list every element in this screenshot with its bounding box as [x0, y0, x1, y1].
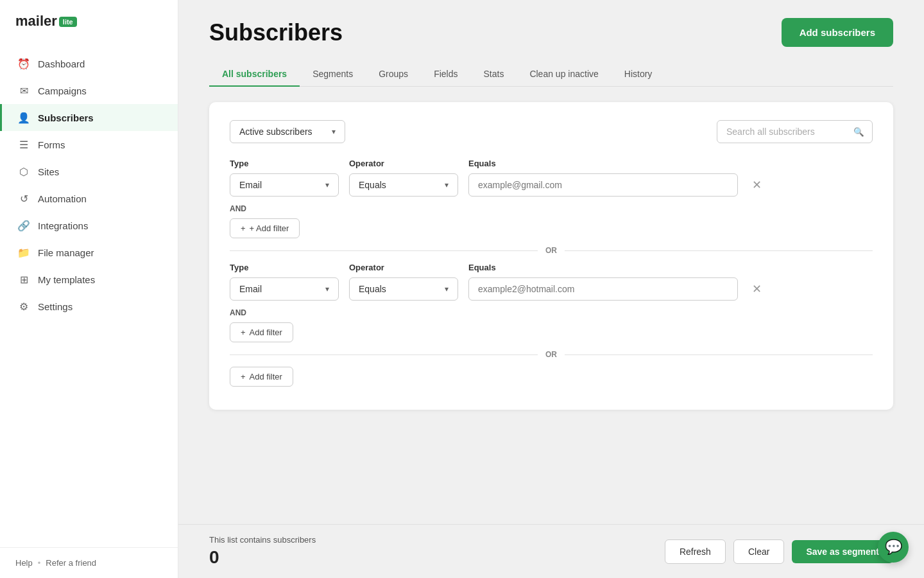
- sidebar-item-label: Dashboard: [38, 58, 85, 69]
- sidebar-item-sites[interactable]: ⬡ Sites: [0, 158, 178, 185]
- filter-group-1: Type Operator Equals Email ▾ Equals ▾ ✕: [230, 159, 873, 238]
- search-box: 🔍: [717, 120, 873, 143]
- refer-link[interactable]: Refer a friend: [46, 558, 96, 568]
- sidebar-item-subscribers[interactable]: 👤 Subscribers: [0, 104, 178, 131]
- sidebar-item-settings[interactable]: ⚙ Settings: [0, 293, 178, 320]
- subscribers-icon: 👤: [17, 111, 30, 124]
- page-title: Subscribers: [209, 19, 343, 46]
- logo-area: mailerlite: [0, 0, 178, 45]
- sidebar-item-label: Campaigns: [38, 85, 87, 96]
- filter-row-2: Email ▾ Equals ▾ ✕: [230, 277, 873, 301]
- search-input[interactable]: [717, 121, 846, 143]
- sidebar-item-label: Integrations: [38, 220, 88, 231]
- or-divider-1: OR: [230, 246, 873, 255]
- tab-stats[interactable]: Stats: [470, 62, 517, 87]
- and-label-2: AND: [230, 308, 873, 317]
- dashboard-icon: ⏰: [17, 57, 30, 70]
- chevron-down-icon: ▾: [325, 180, 329, 189]
- help-link[interactable]: Help: [15, 558, 33, 568]
- or-divider-2: OR: [230, 350, 873, 359]
- sidebar-item-integrations[interactable]: 🔗 Integrations: [0, 212, 178, 239]
- main-area: Subscribers Add subscribers All subscrib…: [178, 0, 924, 578]
- remove-condition-2[interactable]: ✕: [748, 281, 766, 297]
- main-header: Subscribers Add subscribers All subscrib…: [178, 0, 924, 87]
- chevron-down-icon: ▾: [332, 127, 336, 136]
- sidebar-item-label: Automation: [38, 193, 87, 204]
- my-templates-icon: ⊞: [17, 273, 30, 286]
- chevron-down-icon: ▾: [325, 285, 329, 293]
- type-select-1[interactable]: Email ▾: [230, 173, 339, 197]
- tab-groups[interactable]: Groups: [366, 62, 421, 87]
- chevron-down-icon: ▾: [445, 285, 449, 293]
- bottom-actions: Refresh Clear Save as segment: [665, 539, 893, 564]
- filter-panel: Active subscribers ▾ 🔍 Type Operator Equ…: [209, 102, 893, 410]
- clear-button[interactable]: Clear: [733, 539, 784, 564]
- separator: •: [38, 558, 41, 568]
- remove-condition-1[interactable]: ✕: [748, 177, 766, 193]
- logo-badge: lite: [59, 17, 77, 27]
- type-select-2[interactable]: Email ▾: [230, 277, 339, 301]
- tab-all-subscribers[interactable]: All subscribers: [209, 62, 300, 87]
- sidebar-item-label: Sites: [38, 166, 59, 177]
- sidebar-item-my-templates[interactable]: ⊞ My templates: [0, 266, 178, 293]
- sidebar-bottom: Help • Refer a friend: [0, 547, 178, 578]
- search-button[interactable]: 🔍: [846, 121, 872, 143]
- col-header-equals: Equals: [468, 159, 873, 168]
- sidebar-item-label: Subscribers: [38, 112, 94, 123]
- automation-icon: ↺: [17, 192, 30, 205]
- filter-group-2: Type Operator Equals Email ▾ Equals ▾ ✕: [230, 263, 873, 342]
- sidebar-item-label: Forms: [38, 139, 65, 150]
- sidebar-item-file-manager[interactable]: 📁 File manager: [0, 239, 178, 266]
- tab-history[interactable]: History: [612, 62, 665, 87]
- settings-icon: ⚙: [17, 300, 30, 313]
- list-count: 0: [209, 547, 316, 568]
- sidebar-item-automation[interactable]: ↺ Automation: [0, 185, 178, 212]
- plus-icon: +: [241, 328, 246, 337]
- list-info-text: This list contains subscribers: [209, 535, 316, 545]
- operator-select-1[interactable]: Equals ▾: [349, 173, 458, 197]
- sidebar-item-campaigns[interactable]: ✉ Campaigns: [0, 77, 178, 104]
- bottom-bar: This list contains subscribers 0 Refresh…: [178, 524, 924, 578]
- col-header-type: Type: [230, 159, 339, 168]
- filter-row-1: Email ▾ Equals ▾ ✕: [230, 173, 873, 197]
- tab-clean-up-inactive[interactable]: Clean up inactive: [517, 62, 611, 87]
- status-dropdown[interactable]: Active subscribers ▾: [230, 120, 345, 143]
- file-manager-icon: 📁: [17, 246, 30, 259]
- refresh-button[interactable]: Refresh: [665, 539, 726, 564]
- chat-bubble[interactable]: 💬: [878, 532, 909, 563]
- add-subscribers-button[interactable]: Add subscribers: [782, 18, 893, 47]
- logo-text: mailerlite: [15, 13, 77, 30]
- tab-fields[interactable]: Fields: [421, 62, 470, 87]
- col-header-operator-2: Operator: [349, 263, 458, 272]
- col-header-type-2: Type: [230, 263, 339, 272]
- sidebar-item-dashboard[interactable]: ⏰ Dashboard: [0, 50, 178, 77]
- forms-icon: ☰: [17, 138, 30, 151]
- equals-input-1[interactable]: [468, 173, 738, 197]
- equals-input-2[interactable]: [468, 277, 738, 301]
- sites-icon: ⬡: [17, 165, 30, 178]
- plus-icon: +: [241, 223, 246, 233]
- search-icon: 🔍: [853, 127, 864, 137]
- add-filter-button-1[interactable]: + + Add filter: [230, 218, 300, 238]
- list-info: This list contains subscribers 0: [209, 535, 316, 568]
- sidebar-item-forms[interactable]: ☰ Forms: [0, 131, 178, 158]
- sidebar-item-label: File manager: [38, 247, 94, 258]
- content-area: Active subscribers ▾ 🔍 Type Operator Equ…: [178, 87, 924, 524]
- sidebar-item-label: My templates: [38, 274, 95, 285]
- sidebar: mailerlite ⏰ Dashboard ✉ Campaigns 👤 Sub…: [0, 0, 178, 578]
- tabs: All subscribersSegmentsGroupsFieldsStats…: [209, 62, 893, 87]
- and-label-1: AND: [230, 204, 873, 213]
- col-header-operator: Operator: [349, 159, 458, 168]
- plus-icon: +: [241, 372, 246, 381]
- col-header-equals-2: Equals: [468, 263, 873, 272]
- add-filter-button-3[interactable]: + Add filter: [230, 367, 293, 387]
- campaigns-icon: ✉: [17, 84, 30, 97]
- sidebar-item-label: Settings: [38, 301, 73, 312]
- chat-icon: 💬: [885, 539, 902, 556]
- add-filter-button-2[interactable]: + Add filter: [230, 322, 293, 342]
- nav-items: ⏰ Dashboard ✉ Campaigns 👤 Subscribers ☰ …: [0, 45, 178, 547]
- tab-segments[interactable]: Segments: [300, 62, 366, 87]
- operator-select-2[interactable]: Equals ▾: [349, 277, 458, 301]
- integrations-icon: 🔗: [17, 219, 30, 232]
- chevron-down-icon: ▾: [445, 180, 449, 189]
